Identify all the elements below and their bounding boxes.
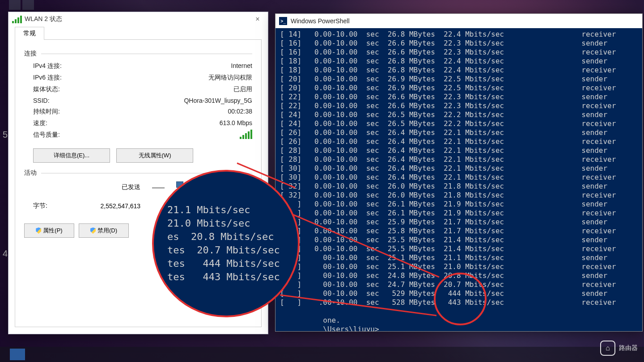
label-ssid: SSID: (33, 97, 114, 104)
iperf-row: [ 24] 0.00-10.00 sec 26.5 MBytes 22.2 Mb… (280, 110, 638, 119)
label-ipv6: IPv6 连接: (33, 74, 114, 82)
tray-icon[interactable] (22, 0, 34, 10)
label-duration: 持续时间: (33, 108, 114, 116)
tray-icon[interactable] (9, 0, 21, 10)
powershell-titlebar[interactable]: >_ Windows PowerShell (275, 14, 642, 28)
zoom-line: tes 20.7 Mbits/sec (167, 244, 298, 257)
iperf-row: [ 16] 0.00-10.00 sec 26.6 MBytes 22.3 Mb… (280, 39, 638, 48)
value-speed: 613.0 Mbps (114, 119, 252, 127)
value-ssid: QHora-301W_liuspy_5G (114, 97, 252, 104)
value-ipv6: 无网络访问权限 (114, 74, 252, 82)
section-connection: 连接 (24, 50, 252, 58)
value-signal-quality (114, 131, 252, 140)
iperf-row: [ 16] 0.00-10.00 sec 26.6 MBytes 22.3 Mb… (280, 48, 638, 57)
label-bytes: 字节: (33, 202, 87, 210)
iperf-row: [ ] 0.00-10.00 sec 25.8 MBytes 21.7 Mbit… (280, 227, 638, 236)
iperf-done: one. (280, 316, 638, 325)
iperf-row: [ 32] 0.00-10.00 sec 26.0 MBytes 21.8 Mb… (280, 182, 638, 191)
iperf-row: [ ] 00-10.00 sec 24.7 MBytes 20.7 Mbits/… (280, 280, 638, 289)
iperf-row: [ ] 00-10.00 sec 25.1 MBytes 21.0 Mbits/… (280, 262, 638, 271)
iperf-row: [ 26] 0.00-10.00 sec 26.4 MBytes 22.1 Mb… (280, 137, 638, 146)
zoom-line: 21.0 Mbits/sec (167, 217, 298, 230)
label-media: 媒体状态: (33, 85, 114, 93)
value-media: 已启用 (114, 85, 252, 93)
iperf-row: [ 24] 0.00-10.00 sec 26.5 MBytes 22.2 Mb… (280, 119, 638, 128)
desktop: 5 4 WLAN 2 状态 × 常规 连接 IPv4 连接:Internet I… (0, 0, 644, 362)
annotation-zoom-circle: 21.1 Mbits/sec21.0 Mbits/seces 20.8 Mbit… (152, 170, 300, 317)
iperf-row: [ ] 00-10.00 sec 25.1 MBytes 21.1 Mbits/… (280, 253, 638, 262)
wifi-icon (12, 15, 22, 23)
disable-button[interactable]: 禁用(D) (79, 223, 129, 238)
iperf-row: [ 22] 0.00-10.00 sec 26.6 MBytes 22.3 Mb… (280, 93, 638, 101)
iperf-row: [ ] .00-10.00 sec 528 MBytes 443 Mbits/s… (280, 298, 638, 307)
iperf-row: [ ] 00-10.00 sec 529 MBytes 444 Mbits/se… (280, 289, 638, 298)
iperf-row: [ ] 0.00-10.00 sec 25.5 MBytes 21.4 Mbit… (280, 236, 638, 244)
iperf-row: [ ] 0.00-10.00 sec 26.1 MBytes 21.9 Mbit… (280, 200, 638, 209)
powershell-prompt[interactable]: \Users\liuyu> (280, 325, 638, 331)
value-duration: 00:02:38 (114, 108, 252, 116)
shield-icon (36, 227, 41, 234)
iperf-row: [ 22] 0.00-10.00 sec 26.6 MBytes 22.3 Mb… (280, 101, 638, 110)
tray-icons (9, 0, 34, 10)
label-ipv4: IPv4 连接: (33, 62, 114, 70)
iperf-row: [ ] 0.00-10.00 sec 25.5 MBytes 21.4 Mbit… (280, 244, 638, 253)
zoom-line: 21.1 Mbits/sec (167, 203, 298, 217)
label-sent: 已发送 (87, 183, 140, 191)
powershell-title: Windows PowerShell (291, 17, 350, 25)
value-bytes-sent: 2,552,547,613 (87, 202, 140, 210)
properties-button[interactable]: 属性(P) (24, 223, 74, 238)
iperf-row: [ 14] 0.00-10.00 sec 26.8 MBytes 22.4 Mb… (280, 30, 638, 39)
iperf-row: [ ] 00-10.00 sec 24.8 MBytes 20.8 Mbits/… (280, 271, 638, 280)
side-marker: 5 (3, 130, 8, 140)
close-button[interactable]: × (251, 15, 264, 23)
iperf-row: [ 18] 0.00-10.00 sec 26.8 MBytes 22.4 Mb… (280, 57, 638, 66)
iperf-row: [ 20] 0.00-10.00 sec 26.9 MBytes 22.5 Mb… (280, 75, 638, 84)
wlan-titlebar[interactable]: WLAN 2 状态 × (8, 12, 268, 26)
iperf-row: [ 26] 0.00-10.00 sec 26.4 MBytes 22.1 Mb… (280, 128, 638, 137)
zoom-line: tes 444 Mbits/sec (167, 257, 298, 270)
value-ipv4: Internet (114, 62, 252, 70)
details-button[interactable]: 详细信息(E)... (33, 148, 110, 163)
tab-general[interactable]: 常规 (15, 27, 44, 40)
shield-icon (90, 227, 96, 234)
iperf-row: [ 30] 0.00-10.00 sec 26.4 MBytes 22.1 Mb… (280, 173, 638, 182)
iperf-row: [ 32] 0.00-10.00 sec 26.0 MBytes 21.8 Mb… (280, 191, 638, 200)
zoom-line: es 20.8 Mbits/sec (167, 230, 298, 244)
router-icon: ⌂ (600, 341, 615, 356)
signal-bars-icon (240, 131, 252, 139)
iperf-row: [ 30] 0.00-10.00 sec 26.4 MBytes 22.1 Mb… (280, 164, 638, 173)
taskbar[interactable] (0, 347, 644, 362)
iperf-row: [ ] 0.00-10.00 sec 25.9 MBytes 21.7 Mbit… (280, 218, 638, 227)
taskbar-item[interactable] (10, 349, 25, 360)
iperf-row: [ 18] 0.00-10.00 sec 26.8 MBytes 22.4 Mb… (280, 66, 638, 75)
powershell-output[interactable]: [ 14] 0.00-10.00 sec 26.8 MBytes 22.4 Mb… (275, 28, 642, 331)
label-signal-quality: 信号质量: (33, 131, 114, 140)
wlan-title: WLAN 2 状态 (25, 15, 62, 23)
iperf-row: [ 28] 0.00-10.00 sec 26.4 MBytes 22.1 Mb… (280, 146, 638, 155)
zoom-line: tes 443 Mbits/sec (167, 270, 298, 284)
iperf-row: [ 20] 0.00-10.00 sec 26.9 MBytes 22.5 Mb… (280, 84, 638, 93)
powershell-icon: >_ (279, 17, 287, 25)
wireless-properties-button[interactable]: 无线属性(W) (116, 148, 193, 163)
watermark: ⌂ 路由器 (600, 341, 638, 356)
label-speed: 速度: (33, 119, 114, 127)
iperf-row: [ 28] 0.00-10.00 sec 26.4 MBytes 22.1 Mb… (280, 155, 638, 164)
side-marker: 4 (3, 248, 8, 259)
powershell-window: >_ Windows PowerShell [ 14] 0.00-10.00 s… (275, 13, 643, 332)
iperf-row: [ ] 0.00-10.00 sec 26.1 MBytes 21.9 Mbit… (280, 209, 638, 218)
